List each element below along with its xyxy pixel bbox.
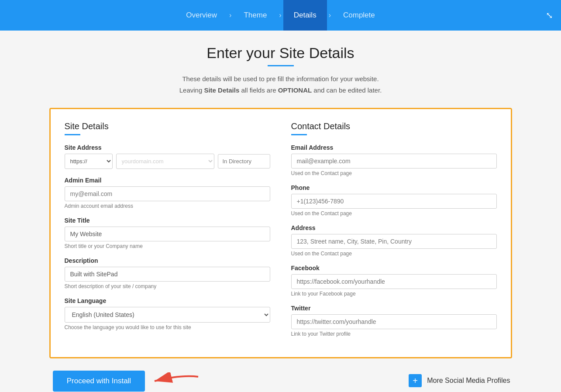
admin-email-group: Admin Email Admin account email address [65, 177, 270, 209]
site-address-group: Site Address https:// http:// yourdomain… [65, 144, 270, 169]
twitter-hint: Link to your Twitter profile [291, 331, 497, 337]
page-subtitle: These details will be used to pre fill t… [49, 73, 512, 96]
contact-email-label: Email Address [291, 144, 497, 151]
site-language-select[interactable]: English (United States) English (UK) Spa… [65, 307, 270, 323]
twitter-input[interactable] [291, 314, 497, 329]
subtitle-bold-2: OPTIONAL [278, 86, 312, 94]
nav-chevron-3: › [327, 11, 333, 19]
site-title-input[interactable] [65, 227, 270, 241]
twitter-group: Twitter Link to your Twitter profile [291, 305, 497, 337]
contact-details-section: Contact Details Email Address Used on th… [291, 121, 497, 345]
site-language-label: Site Language [65, 297, 270, 304]
site-details-underline [65, 134, 80, 135]
nav-step-theme[interactable]: Theme [233, 11, 277, 20]
site-details-title: Site Details [65, 121, 270, 131]
title-underline [268, 65, 294, 66]
protocol-select[interactable]: https:// http:// [65, 154, 113, 169]
phone-hint: Used on the Contact page [291, 210, 497, 217]
facebook-input[interactable] [291, 274, 497, 289]
contact-details-title: Contact Details [291, 121, 497, 131]
description-hint: Short description of your site / company [65, 283, 270, 289]
facebook-group: Facebook Link to your Facebook page [291, 265, 497, 297]
proceed-install-button[interactable]: Proceed with Install [53, 371, 145, 392]
domain-select[interactable]: yourdomain.com [116, 154, 214, 169]
site-details-section: Site Details Site Address https:// http:… [65, 121, 270, 345]
admin-email-input[interactable] [65, 186, 270, 201]
phone-group: Phone Used on the Contact page [291, 184, 497, 217]
site-address-label: Site Address [65, 144, 270, 151]
collapse-button[interactable]: ⤡ [546, 10, 553, 21]
arrow-icon [150, 372, 203, 390]
subtitle-text-4: and can be edited later. [312, 86, 382, 94]
more-social-label: More Social Media Profiles [427, 377, 510, 385]
contact-email-hint: Used on the Contact page [291, 170, 497, 176]
site-title-label: Site Title [65, 217, 270, 224]
twitter-label: Twitter [291, 305, 497, 312]
nav-steps: Overview › Theme › Details › Complete [176, 0, 385, 31]
site-language-group: Site Language English (United States) En… [65, 297, 270, 330]
phone-label: Phone [291, 184, 497, 191]
address-hint: Used on the Contact page [291, 251, 497, 257]
admin-email-hint: Admin account email address [65, 203, 270, 209]
site-address-row: https:// http:// yourdomain.com [65, 154, 270, 169]
more-social-button[interactable]: + More Social Media Profiles [409, 374, 510, 387]
nav-step-details[interactable]: Details [283, 0, 327, 31]
phone-input[interactable] [291, 194, 497, 209]
contact-email-input[interactable] [291, 154, 497, 168]
subtitle-bold-1: Site Details [204, 86, 239, 94]
subtitle-text-2: Leaving [179, 86, 204, 94]
plus-icon: + [409, 374, 422, 387]
install-btn-wrapper: Proceed with Install [53, 371, 203, 392]
admin-email-label: Admin Email [65, 177, 270, 184]
directory-input[interactable] [218, 154, 270, 168]
nav-chevron-2: › [277, 11, 283, 19]
contact-details-underline [291, 134, 307, 135]
site-language-hint: Choose the language you would like to us… [65, 324, 270, 330]
facebook-hint: Link to your Facebook page [291, 291, 497, 297]
nav-step-overview[interactable]: Overview [176, 11, 227, 20]
address-label: Address [291, 224, 497, 231]
address-group: Address Used on the Contact page [291, 224, 497, 257]
address-input[interactable] [291, 234, 497, 249]
site-title-group: Site Title Short title or your Company n… [65, 217, 270, 249]
top-navigation: Overview › Theme › Details › Complete ⤡ [0, 0, 561, 31]
form-card: Site Details Site Address https:// http:… [49, 108, 512, 358]
left-bottom: Proceed with Install Enable Dev Mode (If… [51, 371, 205, 392]
subtitle-text-1: These details will be used to pre fill t… [182, 75, 379, 83]
bottom-section: Proceed with Install Enable Dev Mode (If… [49, 371, 512, 392]
description-group: Description Short description of your si… [65, 257, 270, 289]
facebook-label: Facebook [291, 265, 497, 272]
site-title-hint: Short title or your Company name [65, 243, 270, 249]
main-content: Enter your Site Details These details wi… [41, 31, 521, 392]
nav-chevron-1: › [227, 11, 233, 19]
description-label: Description [65, 257, 270, 264]
description-input[interactable] [65, 267, 270, 282]
subtitle-text-3: all fields are [239, 86, 278, 94]
contact-email-group: Email Address Used on the Contact page [291, 144, 497, 176]
page-title: Enter your Site Details [49, 45, 512, 62]
nav-step-complete[interactable]: Complete [333, 11, 385, 20]
